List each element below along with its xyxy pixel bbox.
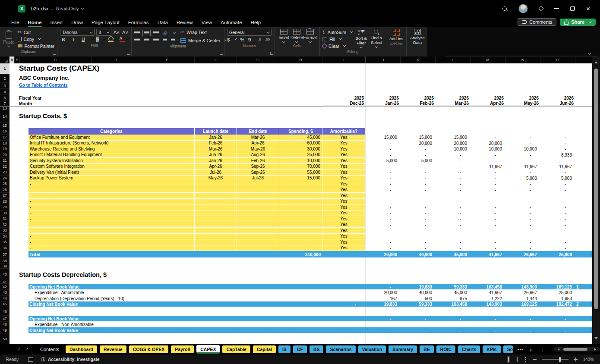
row-number[interactable]: 6 [0, 95, 9, 101]
month-value-cell[interactable]: - [505, 135, 540, 141]
amortizable-cell[interactable]: Yes [322, 164, 366, 169]
category-cell[interactable]: Initial IT Infrastructure (Servers, Netw… [28, 141, 195, 146]
month-value-cell[interactable]: - [366, 146, 401, 152]
find-select-button[interactable]: Find & Select [370, 29, 383, 49]
month-value-cell[interactable]: 5,000 [540, 176, 575, 182]
paste-button[interactable]: Paste [3, 29, 15, 49]
fill-color-icon[interactable] [108, 37, 110, 42]
launch-date-cell[interactable]: Jan-26 [195, 135, 237, 140]
month-value-cell[interactable]: - [366, 228, 401, 234]
depreciation-cell[interactable]: 167 [366, 296, 401, 302]
sort-filter-button[interactable]: AZ Sort & Filter [354, 29, 368, 49]
launch-date-cell[interactable] [195, 239, 237, 245]
closing-nbv-cell[interactable]: 103,458 [436, 301, 471, 307]
month-value-cell[interactable]: - [505, 169, 540, 176]
accessibility-icon[interactable] [41, 357, 45, 361]
row-number[interactable]: 17 [0, 135, 9, 141]
sheet-tab[interactable]: So [503, 345, 513, 353]
month-value-cell[interactable]: - [505, 204, 540, 210]
amortizable-cell[interactable]: Yes [322, 199, 366, 204]
row-number[interactable]: 16 [0, 128, 9, 135]
month-cell[interactable]: May-26 [505, 101, 540, 106]
month-value-cell[interactable]: - [436, 228, 471, 234]
month-value-cell[interactable]: - [505, 158, 540, 164]
row-number[interactable]: 22 [0, 164, 9, 170]
autosum-button[interactable]: ΣAutoSum [322, 29, 353, 35]
column-header-l[interactable]: L [436, 56, 471, 63]
month-value-cell[interactable]: - [540, 245, 575, 251]
month-value-cell[interactable]: - [471, 169, 505, 176]
amortizable-cell[interactable]: Yes [322, 210, 366, 216]
column-header-m[interactable]: M [471, 56, 505, 63]
fiscal-year-cell[interactable]: 2026 [471, 95, 505, 101]
bold-button[interactable]: B [60, 36, 67, 43]
column-header-o[interactable]: O [540, 56, 575, 63]
format-painter-button[interactable]: Format Painter [18, 43, 54, 49]
row-number[interactable]: 45 [0, 301, 9, 307]
row-number[interactable]: 4 [0, 89, 9, 95]
align-center-icon[interactable] [144, 38, 149, 42]
total-month-cell[interactable]: 41,667 [471, 251, 505, 258]
read-only-label[interactable]: Read-Only [56, 6, 79, 11]
closing-nbv-cell[interactable]: 143,903 [471, 301, 505, 307]
page-layout-view-button[interactable] [515, 356, 519, 363]
month-value-cell[interactable]: - [471, 152, 505, 158]
spending-cell[interactable] [279, 204, 322, 210]
closing-nbv-cell[interactable]: - [322, 301, 366, 307]
month-value-cell[interactable]: - [401, 169, 436, 176]
amortizable-cell[interactable]: Yes [322, 152, 366, 158]
opening-nbv-cell[interactable]: 59,333 [436, 284, 471, 290]
opening-nbv-cell[interactable]: 143,903 [505, 284, 540, 290]
increase-decimal-icon[interactable]: ←.0 [255, 38, 261, 41]
align-top-icon[interactable] [134, 31, 140, 35]
closing-nbv-cell-2[interactable]: - [366, 327, 401, 333]
end-date-cell[interactable] [237, 222, 279, 228]
header-end-date[interactable]: End date [237, 128, 279, 135]
spending-cell[interactable]: 10,000 [279, 158, 322, 163]
month-cell[interactable]: Feb-26 [401, 101, 436, 106]
row-number[interactable]: 48 [0, 322, 9, 327]
month-value-cell[interactable]: - [401, 234, 436, 240]
total-month-cell[interactable]: 25,000 [540, 251, 575, 258]
closing-nbv-partial-cell[interactable]: 2 [575, 301, 592, 307]
share-button[interactable]: Share [560, 19, 596, 26]
opening-nbv-partial-cell[interactable]: 1 [575, 284, 592, 290]
more-sheets-icon[interactable]: ••• [518, 347, 524, 352]
month-value-cell[interactable]: - [401, 164, 436, 170]
close-icon[interactable]: ✕ [586, 6, 591, 12]
opening-nbv-cell-2[interactable]: - [436, 316, 471, 322]
month-value-cell[interactable]: 10,000 [436, 146, 471, 152]
category-cell[interactable]: - [28, 187, 195, 193]
launch-date-cell[interactable] [195, 228, 237, 233]
amortizable-cell[interactable]: Yes [322, 222, 366, 228]
row-number[interactable]: 21 [0, 158, 9, 164]
company-name[interactable]: ABC Company Inc. [19, 75, 69, 81]
depreciation-cell[interactable]: 1,653 [540, 296, 575, 302]
end-date-cell[interactable] [237, 210, 279, 216]
amortizable-cell[interactable]: Yes [322, 169, 366, 175]
row-number[interactable]: 3 [0, 83, 9, 89]
end-date-cell[interactable] [237, 228, 279, 233]
opening-nbv-cell[interactable]: 19,833 [401, 284, 436, 290]
amortizable-cell[interactable]: Yes [322, 187, 366, 193]
font-color-icon[interactable]: A [120, 37, 123, 42]
category-cell[interactable]: Backup Power System [28, 176, 195, 181]
amortizable-cell[interactable]: Yes [322, 228, 366, 233]
month-label[interactable]: Month [19, 101, 32, 106]
menu-item[interactable]: Help [246, 19, 265, 26]
end-date-cell[interactable] [237, 245, 279, 251]
sheet-tab[interactable]: ROIC [436, 345, 455, 353]
month-value-cell[interactable]: - [471, 234, 505, 240]
column-header-k[interactable]: K [401, 56, 436, 63]
launch-date-cell[interactable]: Feb-26 [195, 141, 237, 146]
fiscal-year-cell[interactable]: 2026 [436, 95, 471, 101]
month-value-cell[interactable]: - [471, 176, 505, 182]
amortizable-cell[interactable]: Yes [322, 193, 366, 198]
column-header-c[interactable]: C [20, 56, 92, 63]
spending-cell[interactable]: 15,000 [279, 176, 322, 181]
closing-nbv-cell[interactable]: 192,472 [540, 301, 575, 307]
sheet-tab[interactable]: BS [309, 345, 324, 353]
month-cell[interactable]: Mar-26 [436, 101, 471, 106]
row-number[interactable]: 33 [0, 228, 9, 234]
restore-icon[interactable] [570, 6, 575, 11]
